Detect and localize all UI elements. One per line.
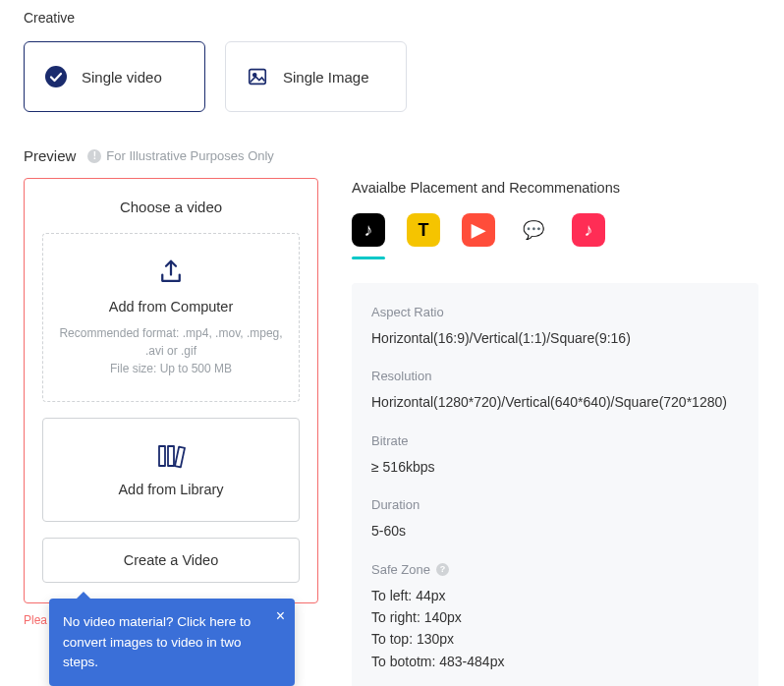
create-video-label: Create a Video: [55, 552, 287, 568]
create-video-button[interactable]: Create a Video: [42, 538, 300, 583]
app-icon-vigo[interactable]: ▶: [462, 213, 495, 247]
upload-icon: [55, 257, 287, 287]
library-icon: [55, 442, 287, 470]
svg-rect-4: [168, 446, 174, 466]
spec-safezone-label-text: Safe Zone: [371, 562, 430, 577]
spec-resolution-label: Resolution: [371, 369, 739, 383]
spec-safezone-line: To top: 130px: [371, 628, 739, 650]
type-card-single-video[interactable]: Single video: [24, 41, 205, 112]
help-icon[interactable]: ?: [436, 563, 449, 576]
placement-panel: Avaialbe Placement and Recommenations ♪T…: [352, 178, 760, 686]
spec-aspect-label: Aspect Ratio: [371, 305, 739, 319]
type-label-video: Single video: [82, 69, 162, 86]
preview-hint-text: For Illustrative Purposes Only: [106, 148, 274, 163]
spec-bitrate-value: ≥ 516kbps: [371, 456, 739, 478]
svg-rect-1: [250, 70, 266, 85]
app-icon-tiktok-red[interactable]: ♪: [572, 213, 605, 247]
video-chooser-panel: Choose a video Add from Computer Recomme…: [24, 178, 318, 603]
chooser-title: Choose a video: [42, 199, 300, 215]
placement-title: Avaialbe Placement and Recommenations: [352, 180, 760, 196]
app-icon-topbuzz[interactable]: T: [407, 213, 440, 247]
add-computer-size-hint: File size: Up to 500 MB: [55, 360, 287, 377]
spec-panel: Aspect Ratio Horizontal(16:9)/Vertical(1…: [352, 283, 758, 686]
spec-aspect-value: Horizontal(16:9)/Vertical(1:1)/Square(9:…: [371, 327, 739, 349]
preview-hint: ! For Illustrative Purposes Only: [87, 148, 274, 163]
spec-safezone-line: To right: 140px: [371, 606, 739, 628]
creative-type-selector: Single video Single Image: [24, 41, 760, 112]
add-from-computer-button[interactable]: Add from Computer Recommended format: .m…: [42, 233, 300, 402]
type-label-image: Single Image: [283, 69, 369, 86]
create-video-tooltip: × No video material? Click here to conve…: [49, 599, 295, 686]
app-icon-row: ♪T▶💬♪: [352, 213, 760, 247]
add-computer-label: Add from Computer: [55, 299, 287, 314]
app-tab-underline: [352, 257, 385, 259]
svg-rect-5: [175, 447, 185, 468]
svg-point-0: [45, 66, 67, 87]
app-icon-helo[interactable]: 💬: [517, 213, 550, 247]
app-icon-tiktok[interactable]: ♪: [352, 213, 385, 247]
spec-safezone-line: To left: 44px: [371, 585, 739, 606]
close-icon[interactable]: ×: [276, 608, 285, 624]
image-icon: [246, 65, 269, 88]
preview-header: Preview ! For Illustrative Purposes Only: [24, 147, 760, 164]
spec-duration-value: 5-60s: [371, 520, 739, 542]
spec-bitrate-label: Bitrate: [371, 433, 739, 448]
type-card-single-image[interactable]: Single Image: [225, 41, 407, 112]
section-title: Creative: [24, 10, 760, 26]
add-from-library-button[interactable]: Add from Library: [42, 418, 300, 522]
preview-label: Preview: [24, 147, 76, 164]
add-computer-format-hint: Recommended format: .mp4, .mov, .mpeg, .…: [55, 324, 287, 360]
spec-resolution-value: Horizontal(1280*720)/Vertical(640*640)/S…: [371, 391, 739, 413]
svg-rect-3: [159, 446, 165, 466]
spec-safezone-line: To bototm: 483-484px: [371, 651, 739, 672]
tooltip-text: No video material? Click here to convert…: [63, 614, 251, 669]
spec-safezone-label: Safe Zone ?: [371, 562, 739, 577]
add-library-label: Add from Library: [55, 482, 287, 497]
info-icon: !: [87, 149, 101, 163]
spec-safezone-values: To left: 44pxTo right: 140pxTo top: 130p…: [371, 585, 739, 673]
check-circle-icon: [44, 65, 68, 88]
spec-duration-label: Duration: [371, 497, 739, 512]
